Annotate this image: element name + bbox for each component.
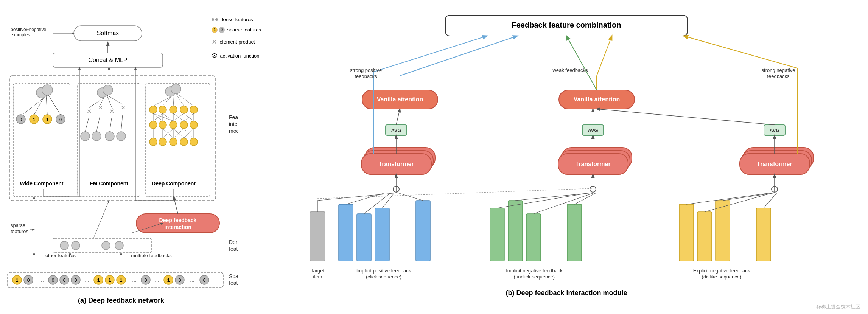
left-diagram-title: (a) Deep feedback network [78, 297, 164, 305]
svg-rect-160 [445, 15, 688, 36]
svg-rect-182 [764, 125, 785, 135]
svg-rect-166 [365, 148, 435, 168]
svg-text:positive&negative: positive&negative [11, 27, 46, 32]
svg-rect-188 [357, 214, 371, 261]
svg-point-100 [190, 121, 198, 129]
svg-text:Wide Component: Wide Component [20, 180, 64, 187]
svg-rect-191 [416, 201, 430, 261]
svg-line-216 [515, 193, 591, 201]
svg-text:interaction: interaction [164, 224, 191, 230]
svg-point-115 [159, 138, 166, 146]
svg-line-212 [364, 193, 390, 214]
svg-text:Softmax: Softmax [97, 30, 119, 36]
svg-line-61 [48, 95, 61, 115]
svg-line-92 [163, 96, 171, 106]
main-container: dense features 10 sparse features ✕ elem… [0, 0, 868, 314]
svg-point-36 [102, 241, 110, 250]
svg-rect-171 [560, 151, 630, 171]
svg-text:Implicit negative feedback: Implicit negative feedback [506, 268, 563, 274]
svg-text:Transformer: Transformer [378, 161, 414, 167]
svg-line-154 [174, 197, 178, 214]
svg-point-85 [171, 84, 181, 94]
svg-rect-194 [490, 208, 504, 261]
svg-text:(click sequence): (click sequence) [366, 274, 401, 280]
svg-text:AVG: AVG [769, 127, 779, 133]
svg-text:sparse: sparse [11, 222, 25, 228]
svg-text:other features: other features [45, 253, 76, 258]
svg-text:Vanilla attention: Vanilla attention [377, 96, 423, 103]
svg-text:✕: ✕ [121, 104, 126, 111]
svg-line-106 [163, 113, 173, 121]
svg-text:0: 0 [75, 278, 77, 283]
svg-text:Dense: Dense [229, 239, 238, 245]
svg-rect-164 [559, 90, 635, 109]
svg-text:✕: ✕ [98, 104, 103, 111]
svg-point-98 [170, 121, 177, 129]
svg-text:interaction: interaction [229, 121, 238, 127]
svg-point-49 [42, 85, 53, 95]
svg-rect-184 [310, 212, 325, 261]
svg-rect-176 [740, 154, 810, 174]
svg-rect-180 [582, 125, 604, 135]
svg-rect-178 [386, 125, 407, 135]
svg-rect-195 [508, 201, 523, 261]
svg-line-224 [317, 193, 396, 201]
svg-rect-187 [339, 204, 353, 261]
svg-text:0: 0 [203, 278, 206, 283]
svg-rect-47 [13, 83, 70, 197]
svg-line-219 [686, 193, 771, 204]
right-diagram: Feedback feature combination Vanilla att… [269, 8, 864, 306]
svg-point-210 [772, 186, 778, 192]
svg-line-103 [153, 113, 173, 121]
svg-text:AVG: AVG [588, 127, 598, 133]
svg-text:features: features [229, 280, 238, 286]
svg-point-96 [149, 121, 157, 129]
svg-line-220 [705, 193, 773, 212]
svg-rect-174 [744, 148, 814, 168]
svg-rect-175 [742, 151, 812, 171]
svg-text:module: module [229, 128, 238, 134]
svg-text:feedbacks: feedbacks [355, 73, 377, 79]
svg-text:...: ... [132, 277, 137, 283]
svg-point-88 [170, 106, 177, 113]
svg-text:Feedback feature combination: Feedback feature combination [512, 21, 621, 29]
svg-text:features: features [229, 246, 238, 252]
svg-point-33 [60, 241, 68, 250]
svg-text:item: item [313, 274, 322, 280]
svg-text:0: 0 [59, 117, 62, 122]
svg-text:(b) Deep feedback interaction : (b) Deep feedback interaction module [506, 289, 627, 297]
svg-line-91 [153, 96, 171, 106]
svg-text:...: ... [190, 277, 194, 283]
svg-point-71 [92, 132, 101, 141]
svg-rect-168 [361, 154, 431, 174]
svg-rect-170 [562, 148, 632, 168]
svg-line-77 [107, 95, 123, 105]
svg-text:1: 1 [97, 278, 100, 283]
svg-text:1: 1 [109, 278, 111, 283]
svg-text:Deep Component: Deep Component [152, 180, 196, 187]
svg-line-76 [107, 95, 112, 109]
svg-line-236 [400, 36, 517, 76]
svg-point-117 [180, 138, 188, 146]
svg-rect-203 [716, 201, 730, 261]
svg-point-73 [117, 132, 126, 141]
svg-point-99 [180, 121, 188, 129]
svg-text:(dislike sequence): (dislike sequence) [702, 274, 742, 280]
svg-text:(unclick sequence): (unclick sequence) [514, 274, 555, 280]
svg-text:0: 0 [27, 278, 30, 283]
svg-point-97 [159, 121, 166, 129]
svg-text:0: 0 [20, 117, 22, 122]
svg-line-214 [398, 193, 423, 201]
svg-point-114 [149, 138, 157, 146]
svg-text:...: ... [397, 232, 403, 240]
svg-text:strong negative: strong negative [762, 67, 795, 73]
svg-text:...: ... [39, 277, 44, 283]
svg-point-34 [72, 241, 80, 250]
svg-line-242 [684, 36, 797, 68]
svg-text:Implicit positive feedback: Implicit positive feedback [356, 268, 411, 274]
svg-text:weak feedbacks: weak feedbacks [552, 67, 588, 73]
svg-line-80 [110, 118, 112, 132]
svg-text:Feature: Feature [229, 114, 238, 120]
svg-point-86 [149, 106, 157, 113]
svg-text:strong positive: strong positive [350, 67, 382, 73]
